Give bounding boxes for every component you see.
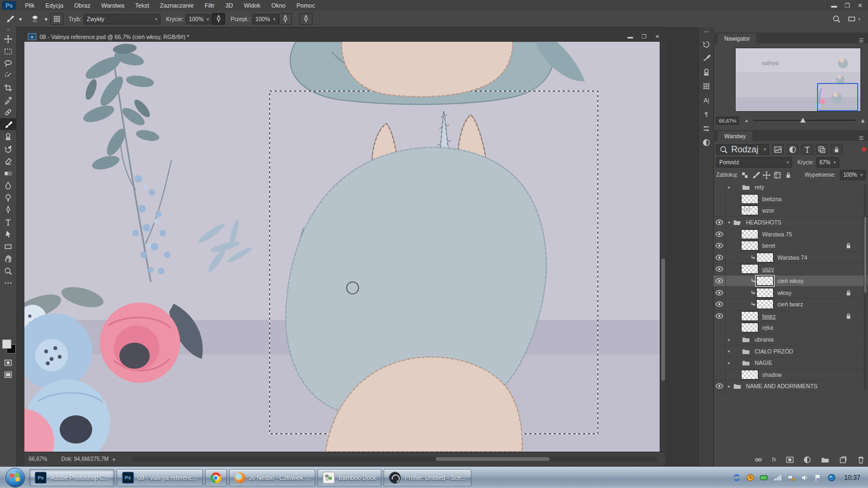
status-arrow-icon[interactable]: ▸	[113, 456, 116, 462]
vertical-scrollbar-thumb[interactable]	[661, 259, 665, 381]
document-title-bar[interactable]: ▲ 08 - Valinya reference.psd @ 66,7% (ci…	[24, 31, 665, 42]
tray-icon-volume[interactable]	[800, 473, 809, 482]
layer-effects-button[interactable]: fx	[772, 457, 776, 463]
chevron-right-icon[interactable]: ▸	[726, 361, 732, 365]
layers-scrollbar[interactable]	[864, 184, 867, 390]
panel-menu-icon[interactable]: ☰	[859, 135, 868, 141]
tab-navigator[interactable]: Nawigator	[718, 34, 756, 43]
filter-shape-layers-icon[interactable]	[816, 144, 828, 155]
layer-visibility-eye-icon[interactable]	[715, 394, 724, 394]
workspace-switcher[interactable]: ▾	[847, 15, 860, 23]
taskbar-button-chrome2[interactable]	[205, 469, 227, 486]
blend-mode-select[interactable]: Zwykły ▾	[84, 14, 161, 24]
layer-visibility-eye-icon[interactable]	[715, 230, 724, 239]
tool-path-selection[interactable]	[0, 228, 16, 240]
layer-row[interactable]: Warstwa 74	[713, 252, 868, 264]
tool-move[interactable]	[0, 33, 16, 45]
add-adjustment-button[interactable]	[803, 454, 812, 464]
tray-icon-signal[interactable]	[773, 473, 782, 482]
tab-layers[interactable]: Warstwy	[718, 131, 752, 141]
tool-magic-wand[interactable]	[0, 69, 16, 82]
lock-all-icon[interactable]	[784, 171, 793, 179]
tool-healing-brush[interactable]	[0, 106, 16, 118]
filter-adjustment-layers-icon[interactable]	[787, 144, 799, 155]
menu-zaznaczanie[interactable]: Zaznaczanie	[155, 0, 199, 11]
layer-visibility-eye-icon[interactable]	[715, 218, 724, 227]
start-button[interactable]	[5, 468, 25, 487]
layer-row[interactable]: ręka	[713, 322, 868, 334]
layer-row[interactable]: ▸ NAGIE	[713, 357, 868, 369]
layer-visibility-eye-icon[interactable]	[715, 312, 724, 320]
layer-name[interactable]: cień twarz	[777, 301, 803, 307]
search-icon[interactable]	[832, 15, 841, 23]
toggle-brush-panel-button[interactable]	[50, 13, 63, 25]
layer-row[interactable]: twarz	[713, 311, 868, 323]
layer-visibility-eye-icon[interactable]	[715, 265, 724, 273]
tool-preset-picker[interactable]: ▾	[5, 15, 24, 24]
chevron-right-icon[interactable]: ▸	[726, 349, 732, 354]
layer-name[interactable]: bielizna	[762, 196, 782, 202]
horizontal-scrollbar-thumb[interactable]	[436, 457, 550, 461]
panel-icon-properties[interactable]	[699, 121, 714, 136]
taskbar-button-bamboo4[interactable]: Bamboo Dock	[317, 469, 381, 486]
quick-mask-button[interactable]	[0, 357, 16, 368]
tool-dodge[interactable]	[0, 191, 16, 204]
tool-rectangular-marquee[interactable]	[0, 45, 16, 57]
close-icon[interactable]: ✕	[655, 34, 660, 40]
menu-filtr[interactable]: Filtr	[199, 0, 220, 11]
menu-okno[interactable]: Okno	[266, 0, 291, 11]
lock-position-icon[interactable]	[762, 171, 771, 179]
navigator-view-box[interactable]	[817, 83, 858, 111]
navigator-zoom-slider[interactable]	[753, 120, 856, 121]
panel-icon-brush-presets[interactable]	[699, 51, 714, 65]
panel-menu-icon[interactable]: ☰	[859, 37, 868, 43]
tool-zoom-tool[interactable]	[0, 265, 16, 277]
layer-thumbnail[interactable]	[741, 241, 758, 251]
layer-row[interactable]: ▸ NAME AND ADORNMENTS	[713, 381, 868, 393]
layer-name[interactable]: HEADSHOTS	[746, 219, 781, 226]
layer-thumbnail[interactable]	[756, 299, 774, 309]
layer-fill-select[interactable]: 100% ▾	[840, 170, 866, 180]
opacity-select[interactable]: 100% ▾	[186, 14, 212, 24]
lock-artboard-icon[interactable]	[773, 171, 782, 179]
navigator-thumbnail[interactable]: valinya	[735, 48, 861, 112]
taskbar-button-firefox3[interactable]: Jo Nesbo - Człowiek ...	[229, 469, 315, 486]
layer-row[interactable]: ▸ rety	[713, 182, 868, 194]
layer-thumbnail[interactable]	[756, 276, 774, 286]
layer-thumbnail[interactable]	[741, 229, 758, 239]
layer-thumbnail[interactable]	[756, 253, 774, 262]
tool-pen[interactable]	[0, 203, 16, 216]
flow-select[interactable]: 100% ▾	[252, 14, 279, 24]
panel-icon-clone-source[interactable]	[699, 65, 714, 79]
layer-name[interactable]: beret	[762, 242, 775, 249]
layer-thumbnail[interactable]	[741, 194, 758, 204]
tool-brush[interactable]	[0, 118, 16, 131]
tool-type[interactable]	[0, 216, 16, 228]
layer-name[interactable]: ubrania	[755, 336, 774, 343]
tool-shape[interactable]	[0, 240, 16, 253]
layer-visibility-eye-icon[interactable]	[715, 382, 724, 390]
tool-edit-toolbar[interactable]	[0, 277, 16, 289]
tool-blur[interactable]	[0, 179, 16, 191]
tablet-size-toggle[interactable]	[299, 13, 312, 25]
layer-name[interactable]: ręka	[762, 324, 773, 331]
layer-row[interactable]: cień włosy	[713, 275, 868, 287]
layer-name[interactable]: włosy	[777, 290, 792, 296]
tool-eraser[interactable]	[0, 155, 16, 167]
layer-row[interactable]: bielizna	[713, 194, 868, 206]
layer-visibility-eye-icon[interactable]	[715, 253, 724, 262]
color-swatches[interactable]	[2, 339, 15, 354]
layer-name[interactable]: wzor	[762, 207, 774, 214]
maximize-icon[interactable]: ❐	[642, 34, 647, 40]
menu-pomoc[interactable]: Pomoc	[291, 0, 320, 11]
layer-row[interactable]: uszy	[713, 264, 868, 275]
tray-icon-meter[interactable]	[760, 473, 768, 482]
brush-preset-picker[interactable]: 41 ▾	[30, 15, 50, 24]
layer-name[interactable]: rety	[755, 184, 764, 190]
layer-opacity-select[interactable]: 67% ▾	[816, 157, 839, 168]
airbrush-toggle[interactable]	[279, 13, 292, 25]
layer-row[interactable]: ⌇⌇⌇ wzor	[713, 205, 868, 217]
layer-name[interactable]: NAGIE	[755, 359, 773, 366]
chevron-right-icon[interactable]: ▸	[726, 185, 732, 190]
tool-clone-stamp[interactable]	[0, 130, 16, 143]
